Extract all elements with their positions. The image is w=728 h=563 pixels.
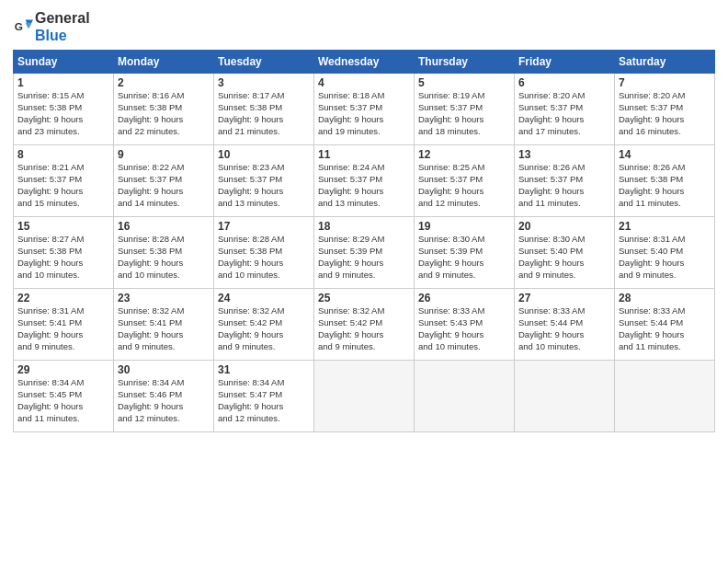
day-cell-29: 29Sunrise: 8:34 AMSunset: 5:45 PMDayligh… [14,361,114,432]
cell-line: Sunset: 5:37 PM [518,174,610,186]
day-number: 22 [17,292,109,304]
cell-line: Sunset: 5:37 PM [118,174,210,186]
cell-line: Daylight: 9 hours [17,114,109,126]
cell-line: Sunset: 5:37 PM [418,174,510,186]
day-cell-17: 17Sunrise: 8:28 AMSunset: 5:38 PMDayligh… [214,217,314,289]
cell-line: Sunrise: 8:27 AM [17,234,109,246]
cell-line: Sunset: 5:44 PM [518,317,610,329]
day-number: 24 [218,292,310,304]
cell-line: Sunset: 5:38 PM [619,174,711,186]
cell-line: Sunset: 5:37 PM [518,102,610,114]
cell-line: Sunset: 5:47 PM [218,389,310,401]
cell-line: Sunset: 5:41 PM [17,317,109,329]
cell-line: and 11 minutes. [17,413,109,425]
day-cell-26: 26Sunrise: 8:33 AMSunset: 5:43 PMDayligh… [415,289,515,361]
day-number: 14 [619,148,711,161]
day-cell-30: 30Sunrise: 8:34 AMSunset: 5:46 PMDayligh… [114,361,214,432]
calendar-container: G General Blue SundayMondayTuesdayWednes… [0,0,728,440]
cell-line: and 12 minutes. [218,413,310,425]
cell-line: Sunset: 5:37 PM [418,102,510,114]
day-cell-28: 28Sunrise: 8:33 AMSunset: 5:44 PMDayligh… [615,289,715,361]
cell-line: Sunrise: 8:34 AM [218,377,310,389]
cell-line: Sunrise: 8:25 AM [418,162,510,174]
cell-line: Sunrise: 8:31 AM [619,234,711,246]
cell-line: and 10 minutes. [218,270,310,282]
cell-line: and 10 minutes. [518,341,610,353]
cell-line: Sunrise: 8:28 AM [118,234,210,246]
cell-line: and 16 minutes. [619,126,711,138]
cell-line: Sunrise: 8:30 AM [418,234,510,246]
cell-line: and 9 minutes. [318,341,410,353]
day-number: 16 [118,220,210,233]
day-number: 25 [318,292,410,304]
day-number: 6 [518,76,610,89]
day-number: 18 [318,220,410,233]
cell-line: Sunset: 5:43 PM [418,317,510,329]
day-number: 21 [619,220,711,233]
day-cell-19: 19Sunrise: 8:30 AMSunset: 5:39 PMDayligh… [415,217,515,289]
day-number: 8 [17,148,109,161]
day-cell-10: 10Sunrise: 8:23 AMSunset: 5:37 PMDayligh… [214,145,314,217]
col-header-friday: Friday [515,51,615,74]
cell-line: Daylight: 9 hours [619,186,711,198]
empty-cell [515,361,615,432]
day-cell-12: 12Sunrise: 8:25 AMSunset: 5:37 PMDayligh… [415,145,515,217]
cell-line: Sunset: 5:38 PM [118,246,210,258]
cell-line: and 10 minutes. [118,270,210,282]
cell-line: Sunset: 5:39 PM [418,246,510,258]
day-cell-4: 4Sunrise: 8:18 AMSunset: 5:37 PMDaylight… [314,74,415,145]
day-cell-3: 3Sunrise: 8:17 AMSunset: 5:38 PMDaylight… [214,74,314,145]
cell-line: Daylight: 9 hours [619,114,711,126]
day-number: 7 [619,76,711,89]
day-number: 4 [318,76,410,89]
cell-line: and 19 minutes. [318,126,410,138]
cell-line: and 9 minutes. [518,270,610,282]
day-number: 1 [17,76,109,89]
cell-line: Sunrise: 8:32 AM [118,305,210,317]
day-number: 23 [118,292,210,304]
cell-line: and 15 minutes. [17,198,109,210]
logo: G General Blue [13,9,90,44]
cell-line: and 9 minutes. [619,270,711,282]
cell-line: Daylight: 9 hours [218,401,310,413]
cell-line: and 11 minutes. [619,198,711,210]
cell-line: Daylight: 9 hours [17,258,109,270]
cell-line: Daylight: 9 hours [118,114,210,126]
cell-line: Sunrise: 8:19 AM [418,90,510,102]
cell-line: Daylight: 9 hours [418,114,510,126]
cell-line: Sunset: 5:38 PM [17,102,109,114]
cell-line: Sunset: 5:38 PM [218,246,310,258]
cell-line: Sunrise: 8:32 AM [318,305,410,317]
col-header-saturday: Saturday [615,51,715,74]
day-cell-18: 18Sunrise: 8:29 AMSunset: 5:39 PMDayligh… [314,217,415,289]
cell-line: Sunrise: 8:20 AM [619,90,711,102]
col-header-sunday: Sunday [14,51,114,74]
cell-line: Daylight: 9 hours [318,186,410,198]
cell-line: Sunrise: 8:30 AM [518,234,610,246]
cell-line: and 18 minutes. [418,126,510,138]
cell-line: Sunrise: 8:29 AM [318,234,410,246]
day-number: 12 [418,148,510,161]
cell-line: and 13 minutes. [318,198,410,210]
day-number: 5 [418,76,510,89]
day-number: 19 [418,220,510,233]
day-number: 9 [118,148,210,161]
cell-line: Daylight: 9 hours [17,401,109,413]
cell-line: Sunrise: 8:15 AM [17,90,109,102]
cell-line: Sunset: 5:41 PM [118,317,210,329]
week-row-3: 15Sunrise: 8:27 AMSunset: 5:38 PMDayligh… [14,217,715,289]
cell-line: Daylight: 9 hours [218,114,310,126]
day-cell-11: 11Sunrise: 8:24 AMSunset: 5:37 PMDayligh… [314,145,415,217]
logo-text-blue: Blue [35,27,90,44]
calendar-body: 1Sunrise: 8:15 AMSunset: 5:38 PMDaylight… [14,74,715,432]
cell-line: Daylight: 9 hours [418,329,510,341]
cell-line: Sunrise: 8:17 AM [218,90,310,102]
cell-line: Daylight: 9 hours [118,401,210,413]
col-header-wednesday: Wednesday [314,51,415,74]
cell-line: and 11 minutes. [619,341,711,353]
day-number: 13 [518,148,610,161]
calendar-header: SundayMondayTuesdayWednesdayThursdayFrid… [14,51,715,74]
cell-line: Sunrise: 8:18 AM [318,90,410,102]
cell-line: and 21 minutes. [218,126,310,138]
day-cell-9: 9Sunrise: 8:22 AMSunset: 5:37 PMDaylight… [114,145,214,217]
